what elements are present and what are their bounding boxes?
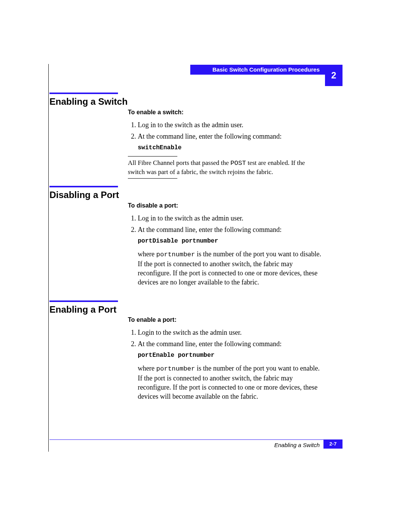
chapter-tab: 2 — [325, 65, 342, 86]
procedure-subhead: To disable a port: — [128, 201, 322, 210]
step-item: At the command line, enter the following… — [138, 132, 322, 141]
note-rule — [128, 156, 177, 157]
section-title: Disabling a Port — [49, 190, 325, 200]
section-heading: Enabling a Switch — [49, 93, 325, 107]
page-footer: Enabling a Switch 2-7 — [49, 439, 342, 451]
section-body: To enable a switch: Log in to the switch… — [128, 108, 322, 181]
footer-rule — [49, 439, 342, 440]
section-heading: Enabling a Port — [49, 300, 325, 315]
section-body: To disable a port: Log in to the switch … — [128, 201, 322, 287]
step-item: Log in to the switch as the admin user. — [138, 120, 322, 129]
para-code: portnumber — [156, 365, 195, 372]
page-number: 2-7 — [323, 439, 342, 449]
section-rule — [49, 93, 118, 94]
para-prefix: where — [138, 250, 156, 258]
procedure-subhead: To enable a port: — [128, 316, 322, 324]
footer-caption: Enabling a Switch — [274, 442, 320, 448]
step-item: Login to the switch as the admin user. — [138, 328, 322, 337]
procedure-subhead: To enable a switch: — [128, 108, 322, 117]
para-code: portnumber — [156, 251, 195, 258]
note-text: All Fibre Channel ports that passed the … — [128, 159, 322, 177]
running-header: Basic Switch Configuration Procedures — [190, 65, 325, 75]
command-text: portEnable portnumber — [138, 351, 322, 360]
section-title: Enabling a Port — [49, 304, 325, 315]
vertical-rule — [48, 64, 49, 452]
page: Basic Switch Configuration Procedures 2 … — [0, 0, 411, 532]
step-item: At the command line, enter the following… — [138, 339, 322, 348]
paragraph: where portnumber is the number of the po… — [138, 364, 322, 401]
section-rule — [49, 186, 118, 187]
paragraph: where portnumber is the number of the po… — [138, 249, 322, 287]
section-heading: Disabling a Port — [49, 186, 325, 200]
note-prefix: All Fibre Channel ports that passed the — [128, 159, 231, 166]
command-text: switchEnable — [138, 144, 322, 152]
section-body: To enable a port: Login to the switch as… — [128, 316, 322, 401]
section-title: Enabling a Switch — [49, 96, 325, 107]
section-rule — [49, 300, 118, 302]
note-code: POST — [231, 160, 246, 167]
step-list: Log in to the switch as the admin user. … — [128, 214, 322, 235]
step-list: Login to the switch as the admin user. A… — [128, 328, 322, 349]
step-list: Log in to the switch as the admin user. … — [128, 120, 322, 141]
step-item: Log in to the switch as the admin user. — [138, 214, 322, 223]
para-prefix: where — [138, 364, 156, 372]
step-item: At the command line, enter the following… — [138, 225, 322, 234]
note-rule — [128, 178, 177, 179]
command-text: portDisable portnumber — [138, 237, 322, 246]
